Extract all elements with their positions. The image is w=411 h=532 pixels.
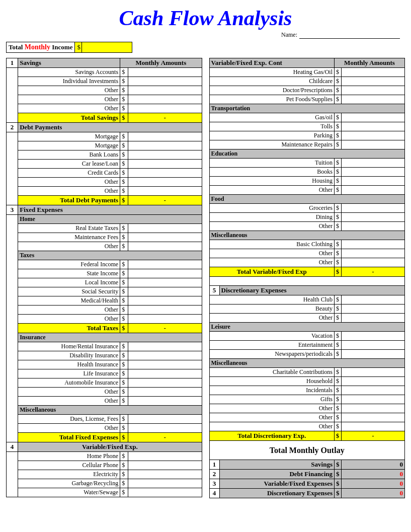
amount-input[interactable] <box>342 413 405 422</box>
outlay-row-value: 0 <box>342 460 405 470</box>
amount-input[interactable] <box>342 332 405 341</box>
income-amount-input[interactable] <box>82 42 132 53</box>
amount-input[interactable] <box>128 342 202 351</box>
amount-input[interactable] <box>128 315 202 324</box>
amount-input[interactable] <box>342 159 405 168</box>
amount-input[interactable] <box>128 287 202 296</box>
amount-input[interactable] <box>128 187 202 196</box>
amount-input[interactable] <box>128 306 202 315</box>
amount-input[interactable] <box>342 305 405 314</box>
amount-input[interactable] <box>128 470 202 479</box>
subheader-food: Food <box>209 195 405 204</box>
page-title: Cash Flow Analysis <box>6 6 405 30</box>
item-label: Bank Loans <box>18 150 120 160</box>
amount-input[interactable] <box>128 233 202 242</box>
item-label: Garbage/Recycling <box>18 479 120 488</box>
amount-input[interactable] <box>128 260 202 269</box>
item-label: Mortgage <box>18 141 120 150</box>
amount-input[interactable] <box>342 368 405 377</box>
amount-input[interactable] <box>128 479 202 488</box>
amount-input[interactable] <box>128 296 202 306</box>
total-monthly-income-row: Total Monthly Income $ <box>6 42 405 53</box>
item-label: Other <box>18 315 120 324</box>
amount-input[interactable] <box>342 113 405 122</box>
item-label: Individual Investments <box>18 77 120 86</box>
amount-input[interactable] <box>342 68 405 77</box>
total-fixed-value: - <box>128 433 202 442</box>
amount-input[interactable] <box>342 140 405 149</box>
amount-input[interactable] <box>342 422 405 431</box>
amount-input[interactable] <box>128 397 202 406</box>
amount-input[interactable] <box>342 240 405 249</box>
amount-input[interactable] <box>128 461 202 470</box>
amount-input[interactable] <box>342 222 405 231</box>
amount-input[interactable] <box>128 68 202 77</box>
amount-input[interactable] <box>342 386 405 395</box>
amount-input[interactable] <box>128 351 202 360</box>
total-fixed-label: Total Fixed Expenses <box>18 433 120 442</box>
item-label: Other <box>209 249 335 258</box>
amount-input[interactable] <box>128 378 202 388</box>
amount-input[interactable] <box>342 95 405 104</box>
amount-input[interactable] <box>342 131 405 140</box>
amount-input[interactable] <box>342 258 405 267</box>
right-table: Variable/Fixed Exp. Cont Monthly Amounts… <box>209 58 405 498</box>
amount-input[interactable] <box>128 150 202 160</box>
amount-input[interactable] <box>342 341 405 350</box>
name-input-line[interactable] <box>299 32 400 39</box>
amount-input[interactable] <box>128 104 202 113</box>
amount-input[interactable] <box>342 177 405 186</box>
amount-input[interactable] <box>342 350 405 359</box>
amount-input[interactable] <box>128 415 202 424</box>
subheader-insurance: Insurance <box>18 333 202 342</box>
amount-input[interactable] <box>128 160 202 169</box>
amount-input[interactable] <box>128 278 202 287</box>
amount-input[interactable] <box>342 404 405 413</box>
amount-input[interactable] <box>342 77 405 86</box>
item-label: Credit Cards <box>18 169 120 178</box>
amount-input[interactable] <box>128 360 202 369</box>
amount-input[interactable] <box>128 169 202 178</box>
name-label: Name: <box>281 31 297 39</box>
amount-input[interactable] <box>342 186 405 195</box>
amount-input[interactable] <box>128 95 202 104</box>
amount-input[interactable] <box>128 224 202 233</box>
total-savings-value: - <box>128 113 202 123</box>
amount-input[interactable] <box>342 168 405 177</box>
amount-input[interactable] <box>342 86 405 95</box>
amount-input[interactable] <box>128 178 202 187</box>
subheader-taxes: Taxes <box>18 251 202 260</box>
amount-input[interactable] <box>128 369 202 378</box>
section-4-title: Variable/Fixed Exp. <box>18 442 202 452</box>
amount-input[interactable] <box>128 242 202 251</box>
amount-input[interactable] <box>128 141 202 150</box>
amount-input[interactable] <box>128 269 202 278</box>
amount-input[interactable] <box>128 132 202 141</box>
item-label: Disability Insurance <box>18 351 120 360</box>
item-label: Automobile Insurance <box>18 378 120 388</box>
amount-input[interactable] <box>342 213 405 222</box>
section-3-number: 3 <box>7 205 18 215</box>
amount-input[interactable] <box>342 249 405 258</box>
item-label: Mortgage <box>18 132 120 141</box>
amount-input[interactable] <box>342 314 405 323</box>
item-label: Maintenance Repairs <box>209 140 335 149</box>
amount-input[interactable] <box>342 395 405 404</box>
amount-input[interactable] <box>128 488 202 497</box>
amount-input[interactable] <box>342 377 405 386</box>
amount-input[interactable] <box>342 295 405 305</box>
outlay-row-label: Debt Financing <box>219 470 335 479</box>
amount-input[interactable] <box>128 388 202 397</box>
amount-input[interactable] <box>128 86 202 95</box>
outlay-row-num: 3 <box>209 479 219 489</box>
amount-input[interactable] <box>128 452 202 461</box>
amount-input[interactable] <box>342 204 405 213</box>
item-label: Car lease/Loan <box>18 160 120 169</box>
item-label: Parking <box>209 131 335 140</box>
amount-input[interactable] <box>128 424 202 433</box>
amount-input[interactable] <box>128 77 202 86</box>
item-label: Basic Clothing <box>209 240 335 249</box>
item-label: Groceries <box>209 204 335 213</box>
item-label: Dues, License, Fees <box>18 415 120 424</box>
amount-input[interactable] <box>342 122 405 131</box>
